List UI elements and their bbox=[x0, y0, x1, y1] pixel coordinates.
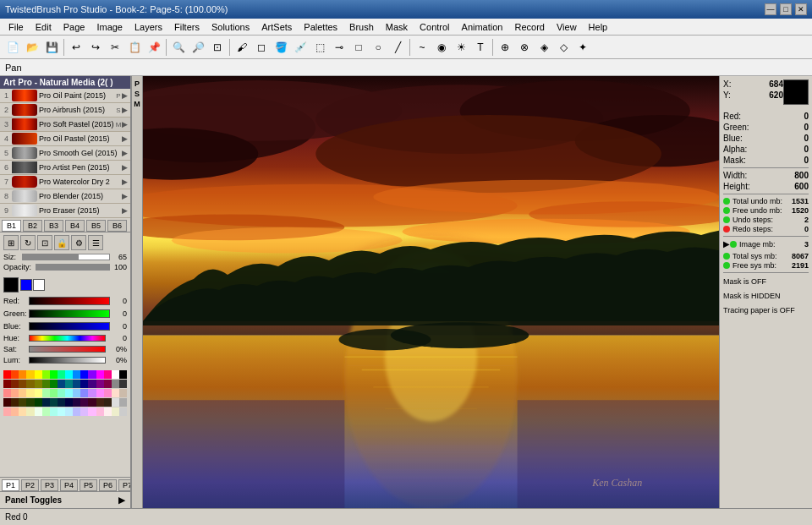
pal-73[interactable] bbox=[65, 407, 73, 416]
pal-74[interactable] bbox=[73, 407, 80, 416]
tool-copy[interactable]: 📋 bbox=[125, 38, 144, 57]
pal-59[interactable] bbox=[80, 398, 88, 407]
tool-extra1[interactable]: ⊕ bbox=[496, 38, 514, 57]
brush-select-icon[interactable]: ⊞ bbox=[3, 235, 19, 250]
pal-22[interactable] bbox=[42, 380, 50, 388]
tool-select[interactable]: ⬚ bbox=[310, 38, 329, 57]
menu-palettes[interactable]: Palettes bbox=[299, 20, 343, 34]
minimize-button[interactable]: — bbox=[765, 3, 776, 15]
brush-row-7[interactable]: 7 Pro Watercolor Dry 2 ▶ bbox=[0, 175, 130, 189]
pal-8[interactable] bbox=[58, 370, 65, 379]
sat-slider[interactable] bbox=[29, 346, 106, 353]
pal-3[interactable] bbox=[19, 370, 26, 379]
tool-undo[interactable]: ↩ bbox=[67, 38, 85, 57]
pal-67[interactable] bbox=[19, 407, 26, 416]
tool-new[interactable]: 📄 bbox=[3, 38, 22, 57]
pal-33[interactable] bbox=[3, 389, 11, 397]
pal-50[interactable] bbox=[11, 398, 19, 407]
opacity-slider[interactable] bbox=[36, 264, 110, 271]
bottom-tab-p1[interactable]: P1 bbox=[2, 479, 19, 491]
pal-63[interactable] bbox=[112, 398, 119, 407]
pal-39[interactable] bbox=[50, 389, 58, 397]
pal-25[interactable] bbox=[65, 380, 73, 388]
green-slider[interactable] bbox=[29, 309, 110, 318]
pal-48[interactable] bbox=[119, 389, 127, 397]
menu-solutions[interactable]: Solutions bbox=[206, 20, 255, 34]
red-slider[interactable] bbox=[29, 297, 110, 305]
close-button[interactable]: ✕ bbox=[795, 3, 807, 15]
tool-open[interactable]: 📂 bbox=[23, 38, 41, 57]
pal-72[interactable] bbox=[58, 407, 65, 416]
pal-29[interactable] bbox=[96, 380, 104, 388]
menu-help[interactable]: Help bbox=[584, 20, 613, 34]
brush-tab-b6[interactable]: B6 bbox=[107, 220, 127, 232]
bottom-tab-p3[interactable]: P3 bbox=[41, 479, 58, 491]
side-p-btn[interactable]: P bbox=[134, 79, 140, 88]
pal-6[interactable] bbox=[42, 370, 50, 379]
blue-slider[interactable] bbox=[29, 322, 110, 331]
tool-cut[interactable]: ✂ bbox=[106, 38, 124, 57]
pal-12[interactable] bbox=[88, 370, 96, 379]
painting-canvas[interactable]: Ken Cashan bbox=[143, 76, 719, 508]
brush-tab-b4[interactable]: B4 bbox=[65, 220, 85, 232]
menu-brush[interactable]: Brush bbox=[344, 20, 379, 34]
menu-control[interactable]: Control bbox=[414, 20, 454, 34]
brush-row-8[interactable]: 8 Pro Blender (2015) ▶ bbox=[0, 189, 130, 204]
pal-18[interactable] bbox=[11, 380, 19, 388]
brush-tab-b2[interactable]: B2 bbox=[23, 220, 42, 232]
pal-32[interactable] bbox=[119, 380, 127, 388]
expand-arrow[interactable]: ▶ bbox=[723, 239, 730, 249]
menu-animation[interactable]: Animation bbox=[457, 20, 508, 34]
brush-tab-b5[interactable]: B5 bbox=[86, 220, 106, 232]
bottom-tab-p4[interactable]: P4 bbox=[60, 479, 78, 491]
pal-26[interactable] bbox=[73, 380, 80, 388]
tool-extra2[interactable]: ⊗ bbox=[515, 38, 534, 57]
secondary-color-swatch[interactable] bbox=[20, 279, 32, 291]
menu-layers[interactable]: Layers bbox=[129, 20, 167, 34]
brush-settings-icon[interactable]: ⚙ bbox=[71, 235, 86, 250]
pal-44[interactable] bbox=[88, 389, 96, 397]
pal-15[interactable] bbox=[112, 370, 119, 379]
pal-57[interactable] bbox=[65, 398, 73, 407]
brush-tab-b3[interactable]: B3 bbox=[44, 220, 63, 232]
brush-row-9[interactable]: 9 Pro Eraser (2015) ▶ bbox=[0, 204, 130, 218]
brush-flip-icon[interactable]: ⊡ bbox=[37, 235, 52, 250]
pal-31[interactable] bbox=[112, 380, 119, 388]
pal-70[interactable] bbox=[42, 407, 50, 416]
pal-66[interactable] bbox=[11, 407, 19, 416]
pal-40[interactable] bbox=[58, 389, 65, 397]
brush-options-icon[interactable]: ☰ bbox=[88, 235, 103, 250]
menu-edit[interactable]: Edit bbox=[30, 20, 57, 34]
brush-row-2[interactable]: 2 Pro Airbrush (2015) S ▶ bbox=[0, 103, 130, 118]
menu-view[interactable]: View bbox=[551, 20, 582, 34]
pal-30[interactable] bbox=[104, 380, 112, 388]
tool-text[interactable]: T bbox=[471, 38, 490, 57]
pal-21[interactable] bbox=[35, 380, 42, 388]
pal-5[interactable] bbox=[35, 370, 42, 379]
canvas-area[interactable]: Ken Cashan bbox=[143, 76, 719, 508]
pal-23[interactable] bbox=[50, 380, 58, 388]
tool-rect[interactable]: □ bbox=[349, 38, 368, 57]
side-s-btn[interactable]: S bbox=[134, 90, 140, 98]
pal-71[interactable] bbox=[50, 407, 58, 416]
pal-69[interactable] bbox=[35, 407, 42, 416]
pal-47[interactable] bbox=[112, 389, 119, 397]
tool-extra4[interactable]: ◇ bbox=[554, 38, 573, 57]
menu-filters[interactable]: Filters bbox=[169, 20, 205, 34]
pal-9[interactable] bbox=[65, 370, 73, 379]
pal-42[interactable] bbox=[73, 389, 80, 397]
menu-image[interactable]: Image bbox=[91, 20, 128, 34]
tool-line[interactable]: ╱ bbox=[388, 38, 407, 57]
pal-43[interactable] bbox=[80, 389, 88, 397]
pal-35[interactable] bbox=[19, 389, 26, 397]
pal-24[interactable] bbox=[58, 380, 65, 388]
pal-55[interactable] bbox=[50, 398, 58, 407]
side-m-btn[interactable]: M bbox=[134, 100, 140, 108]
pal-46[interactable] bbox=[104, 389, 112, 397]
pal-19[interactable] bbox=[19, 380, 26, 388]
brush-lock-icon[interactable]: 🔒 bbox=[54, 235, 69, 250]
pal-41[interactable] bbox=[65, 389, 73, 397]
pal-4[interactable] bbox=[26, 370, 34, 379]
pal-2[interactable] bbox=[11, 370, 19, 379]
pal-68[interactable] bbox=[26, 407, 34, 416]
